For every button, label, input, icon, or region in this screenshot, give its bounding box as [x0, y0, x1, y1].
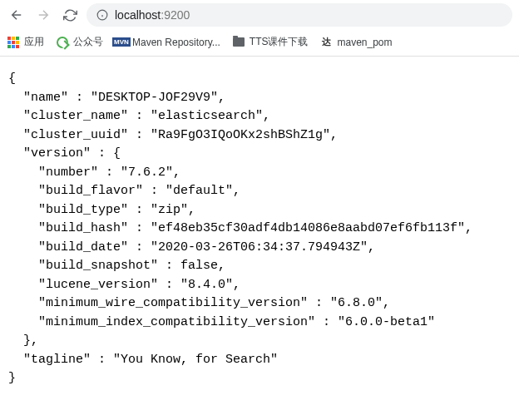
bookmark-tts[interactable]: TTS课件下载	[232, 35, 309, 49]
bookmark-label: Maven Repository...	[132, 37, 220, 48]
apps-label: 应用	[24, 35, 44, 49]
refresh-green-icon	[56, 36, 69, 49]
bookmark-label: TTS课件下载	[250, 35, 309, 49]
apps-shortcut[interactable]: 应用	[7, 35, 44, 49]
response-body: { "name" : "DESKTOP-JOF29V9", "cluster_n…	[0, 57, 519, 402]
bookmarks-bar: 应用 公众号 MVN Maven Repository... TTS课件下载 达…	[0, 30, 519, 57]
site-info-icon[interactable]	[96, 9, 108, 21]
bookmark-gzh[interactable]: 公众号	[56, 35, 103, 49]
forward-button[interactable]	[33, 5, 53, 25]
bookmark-label: maven_pom	[338, 37, 393, 48]
address-bar[interactable]: localhost:9200	[86, 3, 512, 27]
apps-icon	[7, 36, 20, 49]
url-text: localhost:9200	[115, 8, 190, 22]
browser-toolbar: localhost:9200	[0, 0, 519, 30]
back-button[interactable]	[7, 5, 27, 25]
reload-button[interactable]	[60, 5, 80, 25]
folder-icon	[232, 36, 245, 49]
da-icon: 达	[320, 36, 334, 49]
mvn-icon: MVN	[115, 36, 128, 49]
bookmark-maven-pom[interactable]: 达 maven_pom	[320, 36, 393, 49]
bookmark-maven-repo[interactable]: MVN Maven Repository...	[115, 36, 220, 49]
bookmark-label: 公众号	[73, 35, 103, 49]
